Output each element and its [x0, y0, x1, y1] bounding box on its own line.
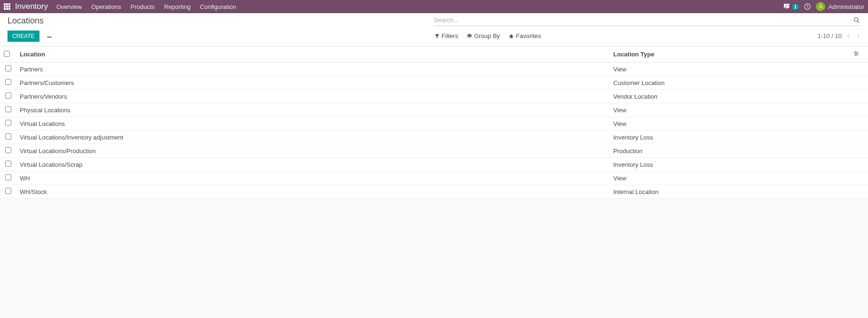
columns-settings-icon[interactable] — [853, 50, 860, 57]
activity-clock-icon[interactable] — [804, 3, 811, 10]
app-brand[interactable]: Inventory — [15, 2, 48, 11]
cell-location[interactable]: Virtual Locations/Production — [16, 144, 610, 158]
cell-location[interactable]: WH — [16, 171, 610, 185]
groupby-button[interactable]: Group By — [467, 32, 500, 39]
nav-products[interactable]: Products — [131, 3, 155, 10]
chat-icon — [782, 2, 791, 11]
svg-point-2 — [855, 52, 856, 53]
row-checkbox[interactable] — [5, 106, 11, 112]
messaging-button[interactable]: 1 — [782, 2, 799, 11]
row-checkbox[interactable] — [5, 65, 11, 71]
apps-icon[interactable] — [4, 3, 10, 10]
table-row[interactable]: PartnersView — [0, 62, 868, 76]
cell-location[interactable]: Partners/Customers — [16, 76, 610, 90]
nav-overview[interactable]: Overview — [56, 3, 82, 10]
favorites-label: Favorites — [516, 32, 541, 39]
row-checkbox[interactable] — [5, 133, 11, 140]
table-row[interactable]: Virtual Locations/ScrapInventory Loss — [0, 158, 868, 171]
cell-type: View — [610, 62, 849, 76]
cell-type: Inventory Loss — [610, 158, 849, 171]
cell-type: View — [610, 171, 849, 185]
row-checkbox[interactable] — [5, 188, 11, 194]
row-checkbox[interactable] — [5, 161, 11, 167]
layers-icon — [467, 33, 472, 39]
filters-label: Filters — [442, 32, 458, 39]
cell-location[interactable]: Virtual Locations/Scrap — [16, 158, 610, 171]
table-row[interactable]: Virtual Locations/Inventory adjustmentIn… — [0, 131, 868, 144]
row-checkbox[interactable] — [5, 79, 11, 85]
nav-configuration[interactable]: Configuration — [200, 3, 236, 10]
svg-point-1 — [854, 17, 858, 21]
download-icon — [46, 32, 53, 39]
table-row[interactable]: Virtual LocationsView — [0, 117, 868, 131]
row-checkbox[interactable] — [5, 93, 11, 99]
cell-type: Customer Location — [610, 76, 849, 90]
cell-location[interactable]: Partners/Vendors — [16, 90, 610, 103]
nav-reporting[interactable]: Reporting — [164, 3, 190, 10]
user-menu[interactable]: A Administrator — [816, 2, 864, 11]
username: Administrator — [828, 3, 864, 10]
create-button[interactable]: CREATE — [8, 31, 39, 42]
page-title: Locations — [8, 16, 434, 26]
table-row[interactable]: Partners/CustomersCustomer Location — [0, 76, 868, 90]
table-row[interactable]: WHView — [0, 171, 868, 185]
top-navbar: Inventory Overview Operations Products R… — [0, 0, 868, 13]
cell-type: Inventory Loss — [610, 131, 849, 144]
cell-type: View — [610, 103, 849, 117]
star-icon — [508, 33, 514, 39]
row-checkbox[interactable] — [5, 120, 11, 126]
table-row[interactable]: WH/StockInternal Location — [0, 185, 868, 199]
table-row[interactable]: Partners/VendorsVendor Location — [0, 90, 868, 103]
cell-type: View — [610, 117, 849, 131]
cell-type: Internal Location — [610, 185, 849, 199]
groupby-label: Group By — [474, 32, 500, 39]
locations-table: Location Location Type PartnersViewPartn… — [0, 47, 868, 199]
search-bar[interactable] — [434, 16, 861, 26]
cell-type: Vendor Location — [610, 90, 849, 103]
cell-location[interactable]: Virtual Locations — [16, 117, 610, 131]
pager-prev-icon[interactable] — [846, 34, 851, 39]
pager-next-icon[interactable] — [856, 34, 860, 39]
filters-button[interactable]: Filters — [434, 32, 458, 39]
cell-location[interactable]: Physical Locations — [16, 103, 610, 117]
chat-badge: 1 — [792, 4, 799, 10]
search-icon[interactable] — [853, 16, 860, 24]
favorites-button[interactable]: Favorites — [508, 32, 541, 39]
header-type[interactable]: Location Type — [610, 47, 849, 62]
funnel-icon — [434, 33, 440, 39]
cell-location[interactable]: Partners — [16, 62, 610, 76]
import-button[interactable] — [43, 30, 55, 42]
control-panel: Locations CREATE Filters — [0, 13, 868, 47]
select-all-checkbox[interactable] — [4, 51, 10, 57]
row-checkbox[interactable] — [5, 174, 11, 180]
svg-point-3 — [856, 53, 857, 54]
cell-type: Production — [610, 144, 849, 158]
cell-location[interactable]: WH/Stock — [16, 185, 610, 199]
cell-location[interactable]: Virtual Locations/Inventory adjustment — [16, 131, 610, 144]
table-row[interactable]: Physical LocationsView — [0, 103, 868, 117]
pager-text[interactable]: 1-10 / 10 — [818, 32, 842, 39]
nav-operations[interactable]: Operations — [91, 3, 121, 10]
avatar: A — [816, 2, 825, 11]
search-input[interactable] — [434, 16, 853, 24]
table-row[interactable]: Virtual Locations/ProductionProduction — [0, 144, 868, 158]
header-location[interactable]: Location — [16, 47, 610, 62]
svg-point-4 — [855, 54, 856, 55]
row-checkbox[interactable] — [5, 147, 11, 153]
nav-menu: Overview Operations Products Reporting C… — [56, 3, 236, 10]
